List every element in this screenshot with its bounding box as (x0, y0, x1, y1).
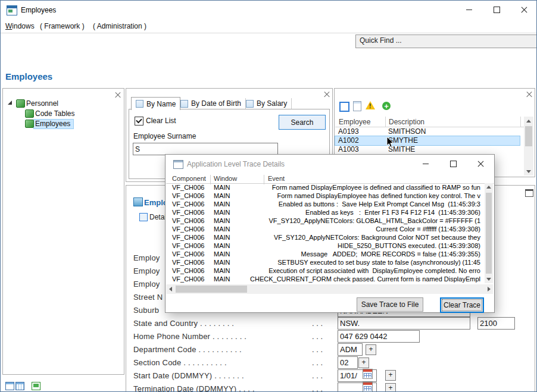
employee-row[interactable]: A1003 SMITHE (335, 145, 520, 154)
save-trace-button[interactable]: Save Trace to File (357, 297, 423, 312)
field-label: Employ (133, 280, 160, 288)
warning-icon[interactable] (366, 101, 375, 109)
field-label: Employ (133, 253, 160, 262)
dots: . . . (312, 358, 323, 367)
menubar: Windows ( Framework ) ( Administration ) (1, 19, 536, 33)
scroll-down-button[interactable] (524, 167, 533, 175)
scroll-up-button[interactable] (485, 183, 493, 191)
maximize-button[interactable] (483, 1, 510, 19)
postcode-input[interactable] (477, 317, 515, 330)
trace-row[interactable]: VF_CH006MAINMessage ADDED; MORE RECORDS … (166, 250, 484, 258)
section-input[interactable] (338, 356, 358, 369)
scroll-right-button[interactable] (485, 284, 493, 294)
column-employee[interactable]: Employee (339, 118, 370, 126)
employee-id: A0193 (338, 127, 359, 136)
scroll-left-button[interactable] (166, 284, 174, 294)
tab-by-name[interactable]: By Name (131, 97, 180, 110)
section-prompt-button[interactable]: + (358, 357, 369, 368)
scrollbar-thumb[interactable] (176, 286, 247, 293)
document-icon[interactable] (353, 101, 361, 111)
down-arrow-icon (486, 278, 491, 281)
close-icon (521, 7, 527, 13)
list-view-icon[interactable] (5, 382, 14, 390)
up-arrow-icon (486, 186, 491, 189)
tab-by-date-of-birth[interactable]: By Date of Birth (176, 98, 246, 109)
restore-icon[interactable] (525, 189, 533, 197)
scroll-up-button[interactable] (524, 117, 533, 125)
tab-by-salary[interactable]: By Salary (242, 98, 292, 109)
trace-header: Component Window Event (166, 174, 494, 184)
menu-framework[interactable]: ( Framework ) (40, 22, 85, 30)
trace-row[interactable]: VF_CH006MAINForm named DisplayEmployee i… (166, 183, 484, 192)
grid-view-icon[interactable] (15, 382, 24, 390)
field-label: Street N (133, 293, 163, 302)
field-label-suburb: Suburb (133, 306, 159, 315)
column-component[interactable]: Component (172, 175, 206, 182)
calendar-icon[interactable] (363, 382, 373, 392)
field-label-start-date: Start Date (DDMMYY) . . . . . . . (133, 371, 244, 380)
tree-node-code-tables[interactable]: Code Tables (35, 109, 75, 118)
column-divider[interactable] (520, 117, 521, 127)
state-input[interactable] (338, 317, 470, 330)
dots: . . . (312, 384, 323, 392)
menu-administration[interactable]: ( Administration ) (93, 22, 146, 30)
surname-input[interactable] (133, 143, 278, 155)
column-window[interactable]: Window (214, 175, 237, 182)
code-tables-node-icon (25, 109, 34, 118)
employee-description: SMITHSON (388, 127, 426, 136)
employees-node-icon (25, 120, 34, 128)
mouse-cursor (386, 136, 394, 148)
panel-close-icon[interactable] (324, 92, 330, 98)
clear-list-checkbox[interactable] (135, 117, 143, 126)
trace-row[interactable]: VF_CH006MAINVF_SY120_ApplyNETColors: Bac… (166, 233, 484, 242)
tree-node-employees[interactable]: Employees (35, 120, 70, 128)
trace-details-dialog: Application Level Trace Details Componen… (165, 154, 495, 313)
personnel-node-icon (16, 99, 25, 108)
field-label-state-country: State and Country . . . . . . . . (133, 319, 234, 328)
trace-row[interactable]: VF_CH006MAINCurrent Color = #ffffff (11:… (166, 225, 484, 233)
trace-row[interactable]: VF_CH006MAINCHECK_CURRENT_FORM check pas… (166, 275, 484, 283)
tree-node-personnel[interactable]: Personnel (26, 99, 58, 108)
trace-row[interactable]: VF_CH006MAINExecution of script associat… (166, 266, 484, 275)
employee-id: A1002 (338, 136, 359, 145)
employee-row[interactable]: A0193 SMITHSON (335, 127, 520, 136)
panel-close-icon[interactable] (115, 92, 121, 98)
scroll-down-button[interactable] (485, 275, 493, 283)
scrollbar-thumb[interactable] (486, 193, 492, 274)
department-input[interactable] (338, 343, 363, 356)
department-prompt-button[interactable]: + (366, 344, 376, 355)
column-description[interactable]: Description (389, 118, 424, 126)
close-button[interactable] (510, 1, 537, 19)
column-divider[interactable] (385, 117, 386, 127)
sheet-view-icon[interactable] (32, 382, 40, 390)
trace-row[interactable]: VF_CH006MAINEnabled as buttons : Save He… (166, 200, 484, 208)
panel-close-icon[interactable] (526, 92, 532, 98)
scrollbar-thumb[interactable] (525, 126, 532, 146)
tree-expander-icon[interactable] (8, 101, 12, 105)
search-button[interactable]: Search (279, 115, 326, 130)
dialog-title: Application Level Trace Details (187, 160, 285, 168)
column-event[interactable]: Event (268, 175, 285, 182)
trace-row[interactable]: VF_CH006MAINSETBUSY executed to set busy… (166, 258, 484, 266)
dialog-close-button[interactable] (467, 155, 494, 173)
trace-row[interactable]: VF_CH006MAINVF_SY120_ApplyNETColors: GLO… (166, 217, 484, 225)
menu-windows[interactable]: Windows (5, 22, 35, 30)
minimize-button[interactable] (455, 1, 483, 19)
select-icon[interactable] (339, 102, 349, 112)
quick-find-box[interactable]: Quick Find ... (355, 35, 537, 48)
employee-row-selected[interactable]: A1002 SMYTHE (335, 136, 520, 145)
termination-date-prompt-button[interactable]: + (385, 383, 396, 392)
add-icon[interactable]: + (382, 102, 391, 110)
phone-input[interactable] (338, 330, 420, 343)
dialog-maximize-button[interactable] (439, 155, 467, 173)
start-date-prompt-button[interactable]: + (385, 370, 396, 381)
calendar-icon[interactable] (363, 369, 373, 379)
trace-row[interactable]: VF_CH006MAINEnabled as keys : Enter F1 F… (166, 208, 484, 217)
by-dob-tab-icon (180, 100, 188, 108)
field-label-department: Department Code . . . . . . . . . . (133, 345, 242, 354)
dialog-minimize-button[interactable] (412, 155, 439, 173)
trace-row[interactable]: VF_CH006MAINHIDE_5250_BUTTONS executed. … (166, 242, 484, 250)
trace-row[interactable]: VF_CH006MAINForm named DisplayEmployee h… (166, 192, 484, 200)
clear-trace-button[interactable]: Clear Trace (440, 297, 484, 313)
titlebar: Employees (1, 1, 536, 20)
